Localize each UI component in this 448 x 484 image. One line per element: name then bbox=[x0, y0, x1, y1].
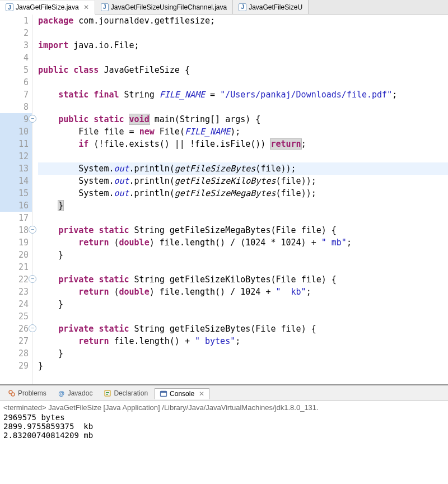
declaration-icon bbox=[104, 389, 111, 397]
line-number: 21 bbox=[0, 261, 32, 273]
line-number: 13 bbox=[0, 162, 32, 175]
line-number: 7 bbox=[0, 89, 32, 101]
line-number: 8 bbox=[0, 101, 32, 113]
code-body[interactable]: package com.journaldev.getfilesize; impo… bbox=[32, 15, 448, 384]
problems-icon bbox=[8, 389, 16, 397]
line-number: 15 bbox=[0, 187, 32, 199]
tab-declaration[interactable]: Declaration bbox=[99, 388, 152, 398]
line-number: 20 bbox=[0, 249, 32, 261]
java-file-icon: J bbox=[101, 3, 109, 11]
editor-tab-label: JavaGetFileSizeU bbox=[249, 3, 302, 11]
tab-javadoc[interactable]: @ Javadoc bbox=[53, 388, 97, 398]
line-number: 1 bbox=[0, 15, 32, 27]
svg-rect-3 bbox=[106, 392, 109, 393]
line-number: 22− bbox=[0, 273, 32, 286]
line-number: 26− bbox=[0, 323, 32, 335]
svg-rect-6 bbox=[161, 391, 167, 393]
java-file-icon: J bbox=[6, 3, 13, 11]
tab-console[interactable]: Console ✕ bbox=[155, 388, 209, 399]
editor-tab-label: JavaGetFileSize.java bbox=[16, 3, 79, 11]
line-number: 24 bbox=[0, 298, 32, 310]
line-number: 12 bbox=[0, 150, 32, 162]
code-editor[interactable]: 123456789−101112131415161718−19202122−23… bbox=[0, 15, 448, 384]
javadoc-icon: @ bbox=[58, 389, 66, 397]
bottom-panel: Problems @ Javadoc Declaration Console ✕… bbox=[0, 384, 448, 484]
editor-tab-label: JavaGetFileSizeUsingFileChannel.java bbox=[111, 3, 227, 11]
close-icon[interactable]: ✕ bbox=[199, 390, 204, 398]
line-number: 23 bbox=[0, 286, 32, 298]
view-tab-label: Javadoc bbox=[68, 389, 93, 397]
line-number: 5 bbox=[0, 64, 32, 76]
svg-point-1 bbox=[11, 393, 15, 396]
line-number: 27 bbox=[0, 335, 32, 347]
line-number: 9− bbox=[0, 113, 32, 125]
console-output: 2969575 bytes 2899.9755859375 kb 2.83200… bbox=[3, 413, 445, 440]
editor-tab-active[interactable]: J JavaGetFileSize.java ✕ bbox=[0, 1, 95, 15]
line-number: 2 bbox=[0, 27, 32, 39]
editor-tab[interactable]: J JavaGetFileSizeU bbox=[233, 0, 309, 14]
line-number: 19 bbox=[0, 236, 32, 249]
console-process-header: <terminated> JavaGetFileSize [Java Appli… bbox=[3, 403, 445, 412]
console-icon bbox=[160, 390, 167, 398]
close-icon[interactable]: ✕ bbox=[83, 3, 89, 11]
line-number-gutter: 123456789−101112131415161718−19202122−23… bbox=[0, 15, 32, 384]
java-file-icon: J bbox=[239, 3, 246, 11]
view-tab-label: Declaration bbox=[114, 389, 148, 397]
svg-rect-2 bbox=[105, 390, 110, 396]
line-number: 18− bbox=[0, 224, 32, 236]
line-number: 10 bbox=[0, 125, 32, 138]
console-body[interactable]: <terminated> JavaGetFileSize [Java Appli… bbox=[0, 401, 448, 443]
line-number: 3 bbox=[0, 39, 32, 52]
line-number: 29 bbox=[0, 360, 32, 372]
line-number: 28 bbox=[0, 347, 32, 360]
tab-problems[interactable]: Problems bbox=[3, 388, 51, 398]
svg-rect-4 bbox=[106, 394, 108, 395]
line-number: 4 bbox=[0, 52, 32, 64]
line-number: 25 bbox=[0, 310, 32, 323]
line-number: 11 bbox=[0, 138, 32, 150]
line-number: 17 bbox=[0, 212, 32, 224]
editor-tab[interactable]: J JavaGetFileSizeUsingFileChannel.java bbox=[95, 0, 233, 14]
view-tab-label: Console bbox=[170, 390, 194, 398]
editor-tabstrip: J JavaGetFileSize.java ✕ J JavaGetFileSi… bbox=[0, 0, 448, 15]
line-number: 16 bbox=[0, 199, 32, 212]
view-tab-label: Problems bbox=[18, 389, 46, 397]
line-number: 6 bbox=[0, 76, 32, 89]
views-tabstrip: Problems @ Javadoc Declaration Console ✕ bbox=[0, 385, 448, 401]
line-number: 14 bbox=[0, 175, 32, 187]
